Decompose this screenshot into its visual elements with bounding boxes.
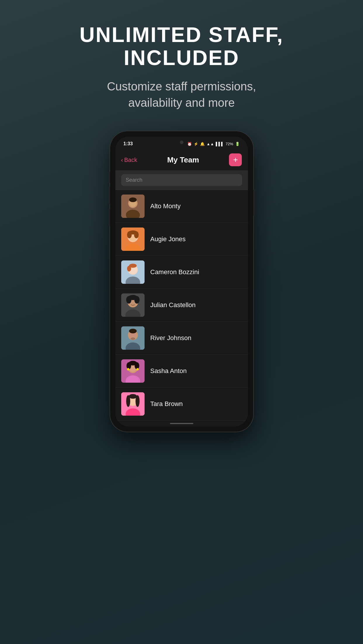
svg-point-30 [131, 337, 135, 340]
phone-outer: 1:33 ⏰ ⚡ 🔔 ▲▲ ▌▌▌ 72% 🔋 ‹ Back [110, 131, 253, 432]
svg-point-4 [129, 197, 137, 202]
list-item[interactable]: Alto Monty [115, 190, 248, 223]
page-title: My Team [167, 155, 199, 164]
front-camera [180, 141, 183, 144]
cameron-avatar-svg [121, 260, 145, 284]
battery-icon: 🔋 [235, 142, 240, 146]
svg-point-45 [126, 395, 130, 407]
back-button[interactable]: ‹ Back [121, 157, 137, 163]
list-item[interactable]: Tara Brown [115, 388, 248, 421]
avatar [121, 293, 145, 317]
svg-point-39 [136, 368, 139, 370]
main-title: UNLIMITED STAFF,INCLUDED [79, 23, 284, 69]
svg-point-23 [126, 296, 131, 304]
svg-point-10 [127, 231, 132, 238]
back-label: Back [124, 157, 137, 163]
svg-point-37 [135, 362, 139, 369]
team-member-name: Sasha Anton [150, 367, 187, 375]
list-item[interactable]: Sasha Anton [115, 355, 248, 388]
phone-screen: 1:33 ⏰ ⚡ 🔔 ▲▲ ▌▌▌ 72% 🔋 ‹ Back [115, 136, 248, 426]
status-icons-group: ⏰ ⚡ 🔔 ▲▲ ▌▌▌ 72% 🔋 [187, 142, 239, 146]
avatar [121, 392, 145, 416]
alto-avatar-svg [121, 195, 145, 218]
plus-icon: + [233, 155, 238, 164]
sasha-avatar-svg [121, 359, 145, 383]
svg-point-24 [134, 296, 140, 304]
back-chevron-icon: ‹ [121, 157, 123, 163]
team-list: Alto Monty [115, 190, 248, 421]
svg-point-11 [134, 231, 139, 238]
avatar [121, 228, 145, 251]
team-member-name: Tara Brown [150, 400, 183, 408]
svg-point-44 [129, 394, 137, 399]
augie-avatar-svg [121, 228, 145, 251]
signal-icon: ▌▌▌ [216, 142, 224, 146]
svg-point-46 [136, 395, 140, 407]
home-indicator [170, 423, 193, 424]
svg-point-36 [126, 362, 131, 369]
volume-mute-button [108, 172, 110, 183]
search-bar-container: Search [115, 171, 248, 190]
status-time: 1:33 [124, 141, 133, 146]
header-section: UNLIMITED STAFF,INCLUDED Customize staff… [56, 0, 307, 123]
search-placeholder: Search [126, 177, 143, 183]
list-item[interactable]: Augie Jones [115, 223, 248, 256]
power-button [253, 190, 255, 216]
svg-point-38 [127, 368, 129, 370]
team-member-name: Cameron Bozzini [150, 268, 199, 276]
julian-avatar-svg [121, 293, 145, 317]
team-member-name: River Johnson [150, 334, 192, 342]
svg-point-17 [127, 266, 131, 272]
subtitle: Customize staff permissions,availability… [79, 78, 284, 111]
nav-bar: ‹ Back My Team + [115, 149, 248, 171]
bluetooth-icon: ⚡ [194, 142, 198, 146]
volume-up-button [108, 187, 110, 204]
phone-mockup: 1:33 ⏰ ⚡ 🔔 ▲▲ ▌▌▌ 72% 🔋 ‹ Back [110, 131, 253, 432]
add-staff-button[interactable]: + [229, 153, 242, 166]
wifi-icon: ▲▲ [206, 142, 214, 146]
avatar [121, 260, 145, 284]
team-member-name: Alto Monty [150, 202, 181, 210]
alarm-icon: ⏰ [187, 142, 192, 146]
list-item[interactable]: Julian Castellon [115, 289, 248, 322]
list-item[interactable]: Cameron Bozzini [115, 256, 248, 289]
avatar [121, 359, 145, 383]
avatar [121, 326, 145, 350]
list-item[interactable]: River Johnson [115, 322, 248, 355]
battery-indicator: 72% [225, 142, 233, 146]
home-bar [115, 421, 248, 426]
tara-avatar-svg [121, 392, 145, 416]
team-member-name: Augie Jones [150, 235, 186, 243]
svg-point-29 [129, 329, 137, 333]
volume-down-button [108, 209, 110, 226]
river-avatar-svg [121, 326, 145, 350]
sound-icon: 🔔 [200, 142, 205, 146]
avatar [121, 195, 145, 218]
search-input[interactable]: Search [121, 174, 242, 186]
team-member-name: Julian Castellon [150, 301, 196, 309]
